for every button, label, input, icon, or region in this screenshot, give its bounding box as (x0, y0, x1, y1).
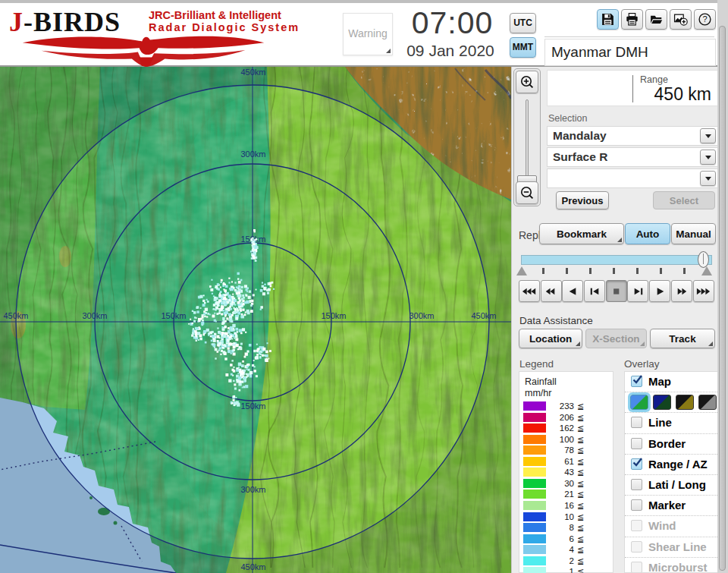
logo-subtitle-1: JRC-Brilliant & Intelligent (149, 9, 281, 21)
warning-button[interactable]: Warning (343, 13, 393, 55)
play-icon (651, 287, 669, 296)
wind-checkbox[interactable] (631, 520, 642, 531)
line-checkbox[interactable] (631, 417, 642, 428)
x-section-button[interactable]: X-Section (585, 329, 647, 348)
legend-color-swatch (523, 401, 546, 411)
selection-dropdown-1[interactable]: Mandalay (547, 126, 718, 146)
map-style-swatch-3[interactable] (676, 395, 694, 410)
data-assistance-label: Data Assistance (519, 315, 593, 326)
overlay-item-label: Map (648, 375, 671, 388)
replay-slider-handle[interactable] (698, 251, 709, 268)
zoom-slider-track[interactable] (526, 99, 529, 177)
slider-end-marker[interactable] (701, 266, 712, 275)
legend-row: 2≦ (519, 556, 614, 566)
legend-suffix: ≦ (577, 523, 584, 533)
legend-color-swatch (523, 479, 546, 488)
legend-suffix: ≦ (577, 401, 584, 411)
range-az-checkbox[interactable] (631, 458, 642, 470)
microburst-checkbox[interactable] (631, 562, 642, 573)
overlay-row-lati-long: Lati / Long (625, 475, 717, 496)
map-style-swatch-1[interactable] (630, 395, 648, 410)
map-checkbox[interactable] (631, 376, 642, 387)
selection-dropdown-3[interactable] (547, 168, 718, 188)
legend-row: 6≦ (519, 534, 614, 544)
fast-rewind-3-icon (521, 287, 538, 296)
chevron-down-icon[interactable] (700, 128, 716, 143)
legend-value: 61 (547, 457, 574, 466)
svg-text:450km: 450km (3, 311, 28, 320)
slider-start-marker[interactable] (516, 266, 527, 275)
legend-color-swatch (523, 457, 546, 466)
zoom-out-button[interactable] (516, 181, 538, 204)
map-style-swatch-4[interactable] (698, 395, 717, 410)
mmt-timezone-button[interactable]: MMT (510, 37, 536, 58)
print-button[interactable] (621, 9, 643, 30)
svg-text:150km: 150km (321, 311, 346, 320)
fast-forward-2-button[interactable] (671, 280, 692, 302)
bookmark-button[interactable]: Bookmark (539, 223, 624, 244)
step-forward-icon (629, 287, 647, 296)
panel-collapse-handle[interactable] (719, 26, 726, 571)
stop-button[interactable] (606, 280, 627, 302)
legend-label: Legend (519, 358, 554, 370)
manual-button[interactable]: Manual (671, 223, 716, 244)
legend-row: 78≦ (519, 445, 614, 455)
legend-value: 16 (547, 501, 574, 510)
step-forward-button[interactable] (627, 280, 648, 302)
radar-map-canvas[interactable]: 450km300km150km150km300km450km450km300km… (0, 67, 511, 573)
fast-forward-2-icon (673, 287, 690, 296)
fast-forward-3-button[interactable] (693, 280, 714, 302)
zoom-out-icon (519, 185, 535, 200)
fast-rewind-2-button[interactable] (541, 280, 562, 302)
play-reverse-button[interactable] (562, 280, 583, 302)
marker-checkbox[interactable] (631, 499, 642, 511)
svg-text:300km: 300km (240, 485, 265, 494)
overlay-item-label: Microburst (648, 561, 708, 573)
lati-long-checkbox[interactable] (631, 479, 642, 490)
legend-value: 78 (547, 445, 574, 455)
legend-suffix: ≦ (577, 545, 584, 555)
play-button[interactable] (649, 280, 670, 302)
legend-row: 30≦ (519, 478, 614, 489)
map-style-swatch-2[interactable] (653, 395, 671, 410)
legend-value: 100 (547, 435, 574, 444)
warning-label: Warning (344, 27, 392, 39)
slider-tick (589, 268, 592, 274)
track-button[interactable]: Track (650, 329, 715, 348)
help-button[interactable]: ? (694, 9, 716, 30)
overlay-item-label: Shear Line (648, 540, 707, 553)
zoom-in-button[interactable] (516, 71, 538, 93)
legend-row: 43≦ (519, 467, 614, 477)
legend-value: 233 (547, 401, 574, 411)
chevron-down-icon[interactable] (700, 171, 716, 186)
legend-value: 43 (547, 468, 574, 477)
legend-suffix: ≦ (577, 556, 584, 566)
divider (632, 75, 633, 102)
range-value: 450 km (654, 84, 711, 105)
select-button[interactable]: Select (653, 191, 715, 209)
export-image-icon (673, 12, 688, 27)
location-button[interactable]: Location (519, 329, 582, 348)
legend-value: 10 (547, 512, 574, 521)
auto-button[interactable]: Auto (625, 223, 670, 244)
overlay-row-line: Line (625, 413, 717, 433)
border-checkbox[interactable] (631, 438, 642, 449)
legend-color-swatch (523, 490, 546, 499)
shear-line-checkbox[interactable] (631, 541, 642, 553)
chevron-down-icon[interactable] (700, 150, 716, 165)
legend-row: 21≦ (519, 489, 614, 499)
step-back-button[interactable] (584, 280, 605, 302)
legend-row: 61≦ (519, 456, 614, 467)
previous-button[interactable]: Previous (556, 191, 609, 209)
save-button[interactable] (597, 9, 619, 30)
replay-slider-track[interactable] (521, 255, 712, 265)
svg-text:?: ? (702, 14, 707, 24)
fast-rewind-3-button[interactable] (519, 280, 540, 302)
utc-timezone-button[interactable]: UTC (510, 13, 536, 33)
toolbar: ? (597, 9, 716, 30)
legend-row: 16≦ (519, 500, 614, 511)
export-image-button[interactable] (670, 9, 692, 30)
selection-dropdown-2[interactable]: Surface R (547, 147, 718, 167)
save-icon (601, 12, 615, 27)
open-folder-button[interactable] (645, 9, 667, 30)
